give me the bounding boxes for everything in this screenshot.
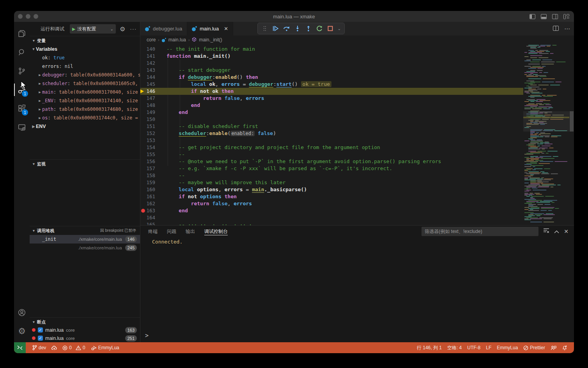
- customize-layout-icon[interactable]: [563, 14, 569, 19]
- variable-row[interactable]: ok: true: [30, 53, 140, 62]
- step-out-icon[interactable]: [304, 24, 313, 33]
- variable-row[interactable]: errors: nil: [30, 62, 140, 71]
- variable-row[interactable]: ▶scheduler: table(0x0x6000031605c0, …: [30, 79, 140, 88]
- toggle-primary-sidebar-icon[interactable]: [530, 14, 535, 19]
- watch-section-header[interactable]: ▼ 监视: [30, 159, 140, 168]
- clear-console-icon[interactable]: [543, 228, 549, 235]
- variable-row[interactable]: ▶os: table(0x0x6000031744c0, size = …: [30, 114, 140, 122]
- language-mode-status[interactable]: EmmyLua: [494, 342, 521, 353]
- breakpoint-gutter[interactable]: [140, 88, 146, 95]
- breakpoint-row[interactable]: ✓ main.lua core 251: [30, 334, 140, 342]
- toolbar-drag-handle[interactable]: [260, 24, 269, 33]
- close-window-button[interactable]: [18, 14, 23, 19]
- panel-tab[interactable]: 问题: [167, 226, 176, 237]
- feedback-icon[interactable]: [548, 342, 559, 353]
- step-into-icon[interactable]: [293, 24, 302, 33]
- breakpoint-checkbox[interactable]: ✓: [38, 336, 43, 341]
- breakpoint-checkbox[interactable]: ✓: [38, 327, 43, 332]
- chevron-right-icon[interactable]: ▶: [37, 82, 42, 85]
- call-stack-frame[interactable]: ./xmake/core/main.lua 245: [30, 244, 140, 252]
- breakpoint-gutter[interactable]: [140, 179, 146, 186]
- console-prompt-icon[interactable]: >: [145, 332, 149, 339]
- debug-config-dropdown[interactable]: ▶ 没有配置 ⌄: [70, 24, 116, 34]
- tab-main-lua[interactable]: main.lua ✕: [187, 22, 233, 36]
- traffic-lights[interactable]: [18, 14, 38, 19]
- call-stack-section-header[interactable]: ▼ 调用堆栈 因 breakpoint 已暂停: [30, 226, 140, 235]
- variable-row[interactable]: ▶main: table(0x0x600003170040, size …: [30, 88, 140, 96]
- chevron-right-icon[interactable]: ▶: [37, 107, 42, 111]
- breakpoint-gutter[interactable]: [140, 221, 146, 225]
- branch-status[interactable]: dev: [30, 342, 49, 353]
- more-actions-icon[interactable]: ⋯: [564, 25, 570, 32]
- encoding-status[interactable]: UTF-8: [464, 342, 483, 353]
- breakpoint-gutter[interactable]: [140, 81, 146, 88]
- breakpoint-gutter[interactable]: [140, 214, 146, 221]
- variable-row[interactable]: ▶_ENV: table(0x0x600003174140, size …: [30, 96, 140, 105]
- editor-scrollbar[interactable]: [569, 44, 574, 225]
- variables-section-header[interactable]: ▼ 变量: [30, 36, 140, 45]
- call-stack-frame[interactable]: _init ./xmake/core/main.lua 146: [30, 235, 140, 244]
- more-actions-icon[interactable]: ···: [130, 26, 136, 32]
- variable-row[interactable]: ▶debugger: table(0x0x60000314a600, s…: [30, 71, 140, 79]
- breakpoint-gutter[interactable]: [140, 130, 146, 137]
- formatter-status[interactable]: Prettier: [521, 342, 548, 353]
- breadcrumb-file[interactable]: main.lua: [168, 37, 186, 43]
- breakpoint-gutter[interactable]: [140, 193, 146, 200]
- breakpoint-gutter[interactable]: [140, 151, 146, 158]
- remote-indicator[interactable]: [14, 342, 26, 353]
- chevron-down-icon[interactable]: ⌄: [337, 24, 342, 33]
- tab-debugger-lua[interactable]: debugger.lua: [140, 22, 187, 36]
- maximize-panel-icon[interactable]: [554, 228, 559, 235]
- breakpoint-gutter[interactable]: [140, 53, 146, 60]
- accounts-icon[interactable]: [14, 304, 30, 321]
- split-editor-icon[interactable]: [553, 25, 559, 32]
- extensions-icon[interactable]: 1: [14, 100, 30, 117]
- breakpoint-gutter[interactable]: [140, 95, 146, 102]
- panel-tab[interactable]: 调试控制台: [204, 226, 228, 237]
- breakpoint-gutter[interactable]: [140, 207, 146, 214]
- toggle-secondary-sidebar-icon[interactable]: [552, 14, 558, 19]
- minimize-window-button[interactable]: [26, 14, 30, 19]
- chevron-right-icon[interactable]: ▶: [37, 99, 42, 103]
- close-tab-icon[interactable]: ✕: [224, 26, 228, 32]
- problems-status[interactable]: 0 0: [60, 342, 88, 353]
- toggle-panel-icon[interactable]: [541, 14, 547, 19]
- indentation-status[interactable]: 空格: 4: [445, 342, 464, 353]
- breakpoint-icon[interactable]: [141, 209, 145, 213]
- cursor-position-status[interactable]: 行 146, 列 1: [414, 342, 445, 353]
- breakpoint-gutter[interactable]: [140, 46, 146, 53]
- step-over-icon[interactable]: [282, 24, 291, 33]
- minimap[interactable]: [523, 44, 569, 225]
- search-icon[interactable]: [14, 44, 30, 61]
- start-debug-icon[interactable]: ▶: [72, 27, 75, 32]
- settings-gear-icon[interactable]: ⚙: [14, 323, 30, 340]
- breadcrumb-core[interactable]: core: [147, 37, 156, 43]
- breakpoint-row[interactable]: ✓ main.lua core 163: [30, 326, 140, 334]
- chevron-right-icon[interactable]: ▶: [37, 90, 42, 94]
- remote-explorer-icon[interactable]: [14, 119, 30, 136]
- breakpoint-gutter[interactable]: [140, 123, 146, 130]
- debug-status[interactable]: EmmyLua: [88, 342, 122, 353]
- stop-icon[interactable]: [326, 24, 335, 33]
- breakpoint-gutter[interactable]: [140, 137, 146, 144]
- explorer-icon[interactable]: [14, 25, 30, 42]
- code-editor[interactable]: 140-- the init function for main141funct…: [140, 44, 574, 225]
- panel-tab[interactable]: 终端: [148, 226, 158, 237]
- breakpoint-gutter[interactable]: [140, 67, 146, 74]
- zoom-window-button[interactable]: [34, 14, 38, 19]
- breakpoints-section-header[interactable]: ▼ 断点: [30, 317, 140, 326]
- panel-tab[interactable]: 输出: [186, 226, 195, 237]
- breakpoint-gutter[interactable]: [140, 116, 146, 123]
- breakpoint-gutter[interactable]: [140, 158, 146, 165]
- chevron-right-icon[interactable]: ▶: [37, 73, 42, 77]
- variables-scope-row[interactable]: ▶ENV: [30, 122, 140, 131]
- breakpoint-gutter[interactable]: [140, 200, 146, 207]
- source-control-icon[interactable]: [14, 62, 30, 80]
- debug-settings-gear-icon[interactable]: ⚙: [120, 25, 125, 33]
- breakpoint-gutter[interactable]: [140, 144, 146, 151]
- variable-row[interactable]: ▶path: table(0x0x600003174680, size …: [30, 105, 140, 114]
- chevron-right-icon[interactable]: ▶: [37, 116, 42, 120]
- close-panel-icon[interactable]: ✕: [564, 228, 569, 235]
- breakpoint-gutter[interactable]: [140, 74, 146, 81]
- restart-icon[interactable]: [315, 24, 324, 33]
